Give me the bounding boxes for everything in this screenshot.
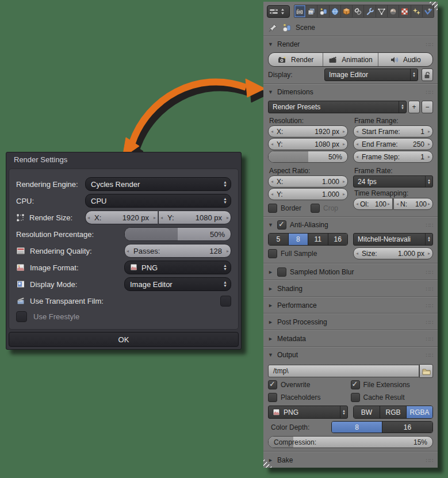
render-buttons: Render Animation Audio bbox=[268, 52, 433, 67]
use-freestyle-checkbox[interactable] bbox=[16, 311, 27, 322]
rendering-engine-dropdown[interactable]: Cycles Render bbox=[85, 177, 231, 191]
channel-rgb[interactable]: RGB bbox=[380, 406, 407, 418]
frame-step-field[interactable]: ◂Frame Step:1▸ bbox=[353, 151, 433, 163]
crop-checkbox-row[interactable]: Crop bbox=[311, 204, 338, 213]
aa-filter-dropdown[interactable]: Mitchell-Netravali bbox=[353, 233, 433, 246]
render-button[interactable]: Render bbox=[269, 53, 323, 66]
transparent-film-checkbox[interactable] bbox=[220, 296, 231, 307]
render-size-y-field[interactable]: ◂Y: 1080 px▸ bbox=[158, 211, 231, 224]
cache-result-row[interactable]: Cache Result bbox=[351, 393, 434, 402]
aa-samples-11[interactable]: 11 bbox=[308, 234, 328, 245]
aa-samples-8[interactable]: 8 bbox=[289, 234, 309, 245]
scene-tab[interactable] bbox=[317, 5, 329, 17]
channel-rgba[interactable]: RGBA bbox=[407, 406, 432, 418]
object-tab[interactable] bbox=[341, 5, 353, 17]
drag-grip[interactable] bbox=[426, 269, 433, 276]
post-processing-header[interactable]: ► Post Processing bbox=[263, 314, 438, 330]
cache-result-checkbox[interactable] bbox=[351, 393, 360, 402]
file-format-dropdown[interactable]: PNG bbox=[268, 406, 348, 419]
full-sample-row[interactable]: Full Sample bbox=[268, 247, 348, 259]
particles-tab[interactable] bbox=[411, 5, 423, 17]
drag-grip[interactable] bbox=[426, 457, 433, 464]
drag-grip[interactable] bbox=[426, 222, 433, 228]
dimensions-section-header[interactable]: ▼ Dimensions bbox=[263, 85, 438, 99]
placeholders-row[interactable]: Placeholders bbox=[268, 393, 351, 402]
pin-icon[interactable] bbox=[268, 23, 278, 33]
bake-header[interactable]: ► Bake bbox=[263, 452, 438, 468]
render-layers-tab[interactable] bbox=[306, 5, 317, 17]
depth-8[interactable]: 8 bbox=[332, 422, 382, 433]
full-sample-checkbox[interactable] bbox=[268, 249, 277, 258]
cpu-dropdown[interactable]: CPU bbox=[85, 194, 231, 208]
border-checkbox[interactable] bbox=[268, 204, 277, 213]
drag-grip[interactable] bbox=[426, 352, 433, 358]
resolution-x-field[interactable]: ◂X:1920 px▸ bbox=[268, 125, 348, 137]
lock-button[interactable] bbox=[422, 68, 433, 81]
texture-tab[interactable] bbox=[399, 5, 411, 17]
constraints-tab[interactable] bbox=[353, 5, 364, 17]
drag-grip[interactable] bbox=[426, 336, 433, 342]
border-checkbox-row[interactable]: Border bbox=[268, 204, 301, 213]
render-section-header[interactable]: ▼ Render bbox=[263, 37, 438, 51]
object-data-tab[interactable] bbox=[376, 5, 388, 17]
image-format-dropdown[interactable]: PNG bbox=[124, 261, 231, 274]
sampled-motion-blur-header[interactable]: ► Sampled Motion Blur bbox=[263, 264, 438, 280]
time-remap-new-field[interactable]: ◂N:100▸ bbox=[393, 198, 433, 210]
aspect-x-field[interactable]: ◂X:1.000▸ bbox=[268, 175, 348, 188]
output-path-field[interactable]: /tmp\ bbox=[268, 365, 419, 377]
aa-samples-16[interactable]: 16 bbox=[328, 234, 348, 245]
drag-grip[interactable] bbox=[426, 286, 433, 292]
y-name: Y: bbox=[277, 140, 283, 148]
render-presets-dropdown[interactable]: Render Presets bbox=[268, 101, 407, 113]
metadata-header[interactable]: ► Metadata bbox=[263, 331, 438, 346]
aa-samples-5[interactable]: 5 bbox=[269, 234, 289, 245]
display-mode-dropdown[interactable]: Image Editor bbox=[124, 277, 231, 291]
animation-button[interactable]: Animation bbox=[323, 53, 378, 66]
depth-16[interactable]: 16 bbox=[382, 422, 432, 433]
placeholders-checkbox[interactable] bbox=[268, 393, 277, 402]
anti-aliasing-section-header[interactable]: ▼ Anti-Aliasing bbox=[263, 217, 438, 232]
performance-header[interactable]: ► Performance bbox=[263, 297, 438, 313]
drag-grip[interactable] bbox=[426, 89, 433, 95]
browse-folder-button[interactable] bbox=[419, 364, 433, 378]
physics-tab[interactable] bbox=[423, 5, 434, 17]
frame-rate-dropdown[interactable]: 24 fps bbox=[353, 175, 433, 188]
file-extensions-checkbox[interactable] bbox=[351, 380, 360, 389]
add-preset-button[interactable]: + bbox=[408, 101, 420, 113]
clapper-icon bbox=[328, 56, 338, 64]
world-tab[interactable] bbox=[330, 5, 341, 17]
overwrite-checkbox[interactable] bbox=[268, 380, 277, 389]
drag-grip[interactable] bbox=[426, 303, 433, 309]
cache-result-label: Cache Result bbox=[363, 393, 405, 401]
compression-slider[interactable]: Compression:15% bbox=[268, 436, 433, 448]
ok-button[interactable]: OK bbox=[9, 332, 239, 347]
shading-header[interactable]: ► Shading bbox=[263, 281, 438, 296]
start-frame-field[interactable]: ◂Start Frame:1▸ bbox=[353, 125, 433, 137]
channel-bw[interactable]: BW bbox=[354, 406, 380, 418]
anti-aliasing-checkbox[interactable] bbox=[277, 220, 286, 230]
aa-size-field[interactable]: ◂Size:1.000 px▸ bbox=[353, 247, 433, 259]
end-frame-field[interactable]: ◂End Frame:250▸ bbox=[353, 138, 433, 150]
crop-checkbox[interactable] bbox=[311, 204, 320, 213]
passes-field[interactable]: ◂Passes: 128▸ bbox=[124, 244, 231, 258]
resolution-percentage-slider[interactable]: 50% bbox=[268, 151, 348, 163]
render-tab[interactable] bbox=[294, 5, 306, 17]
aspect-y-field[interactable]: ◂Y:1.000▸ bbox=[268, 188, 348, 200]
drag-grip[interactable] bbox=[426, 41, 433, 48]
drag-grip[interactable] bbox=[426, 319, 433, 326]
editor-type-selector[interactable] bbox=[267, 5, 290, 18]
file-extensions-row[interactable]: File Extensions bbox=[351, 380, 434, 389]
modifiers-tab[interactable] bbox=[364, 5, 376, 17]
y-value: 1.000 bbox=[322, 190, 339, 198]
material-tab[interactable] bbox=[388, 5, 399, 17]
resolution-percentage-slider[interactable]: 50% bbox=[124, 227, 231, 241]
time-remap-old-field[interactable]: ◂Ol:100▸ bbox=[353, 198, 393, 210]
render-size-x-field[interactable]: ◂X: 1920 px▸ bbox=[85, 211, 158, 224]
sampled-motion-blur-checkbox[interactable] bbox=[277, 267, 286, 277]
resolution-y-field[interactable]: ◂Y:1080 px▸ bbox=[268, 138, 348, 150]
overwrite-row[interactable]: Overwrite bbox=[268, 380, 351, 389]
audio-button[interactable]: Audio bbox=[378, 53, 432, 66]
remove-preset-button[interactable]: − bbox=[422, 101, 433, 113]
display-dropdown[interactable]: Image Editor bbox=[324, 68, 418, 81]
output-section-header[interactable]: ▼ Output bbox=[263, 347, 438, 362]
